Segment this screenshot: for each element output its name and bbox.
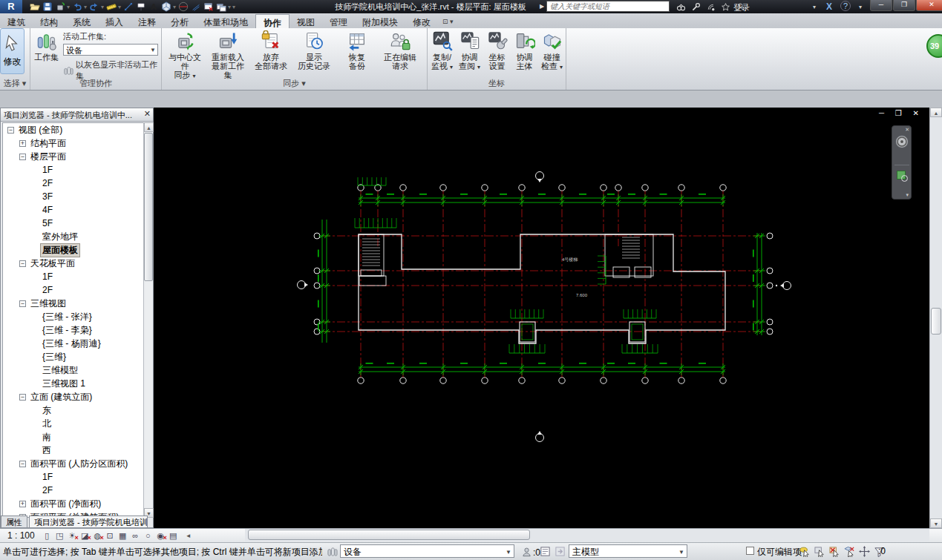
- editable-only-checkbox[interactable]: [746, 547, 754, 555]
- render-dialog-icon[interactable]: ◍×: [91, 530, 104, 541]
- qat-dropdown-icon[interactable]: ▾: [118, 4, 121, 10]
- minimize-ribbon-button[interactable]: ⊡ ▾: [442, 18, 454, 28]
- interference-check-button[interactable]: 碰撞检查 ▾: [540, 30, 564, 72]
- tree-item-label[interactable]: {三维}: [41, 351, 68, 363]
- collapse-icon[interactable]: −: [19, 154, 26, 160]
- scrollbar-thumb[interactable]: [144, 133, 153, 281]
- chevron-down-icon[interactable]: ▾: [193, 73, 196, 79]
- scrollbar-thumb[interactable]: [248, 530, 530, 540]
- tree-item[interactable]: −天花板平面: [3, 257, 144, 270]
- tree-item-label[interactable]: 立面 (建筑立面): [29, 391, 94, 403]
- tab-project-browser[interactable]: 项目浏览器 - 技师学院机电培训...: [29, 515, 148, 527]
- restore-button[interactable]: ❐: [893, 0, 915, 11]
- search-input[interactable]: [546, 1, 670, 12]
- qat-section-button[interactable]: [177, 1, 189, 13]
- tree-item-label[interactable]: 面积平面 (人防分区面积): [29, 458, 129, 470]
- reload-latest-button[interactable]: 重新载入最新工作集: [208, 30, 248, 79]
- tree-item[interactable]: 5F: [3, 217, 144, 230]
- tab-协作[interactable]: 协作: [255, 14, 290, 28]
- select-by-face-icon[interactable]: [843, 545, 856, 558]
- tree-item-label[interactable]: {三维 - 杨雨迪}: [41, 337, 102, 350]
- close-button[interactable]: ✕: [916, 0, 942, 11]
- tab-插入[interactable]: 插入: [98, 14, 131, 28]
- copy-monitor-button[interactable]: 复制/监视 ▾: [430, 30, 454, 72]
- close-icon[interactable]: ✕: [144, 109, 151, 119]
- chevron-down-icon[interactable]: ▾: [560, 64, 563, 70]
- sign-in-label[interactable]: 登录: [733, 2, 750, 13]
- qat-dropdown-icon[interactable]: ▾: [67, 4, 70, 10]
- navigation-bar[interactable]: ✕ ▾: [892, 125, 912, 200]
- tree-item-label[interactable]: 2F: [41, 485, 54, 495]
- select-pinned-icon[interactable]: [828, 545, 841, 558]
- detail-level-icon[interactable]: ▯: [41, 530, 53, 541]
- show-crop-region-icon[interactable]: ▦: [117, 530, 129, 541]
- tree-item[interactable]: −三维视图: [3, 297, 144, 310]
- tree-item-label[interactable]: 面积平面 (净面积): [29, 498, 102, 510]
- tree-item[interactable]: 1F: [3, 470, 144, 484]
- qat-view-3d-button[interactable]: [160, 1, 172, 13]
- tab-properties[interactable]: 属性: [1, 515, 27, 527]
- tree-item-label[interactable]: 5F: [41, 218, 54, 228]
- show-history-button[interactable]: 显示历史记录: [294, 30, 334, 70]
- tree-item[interactable]: −视图 (全部): [3, 123, 144, 136]
- tree-item-label[interactable]: 西: [41, 444, 53, 457]
- tree-item-label[interactable]: 3F: [41, 191, 54, 202]
- coordination-review-button[interactable]: 协调查阅 ▾: [457, 30, 482, 72]
- scroll-up-icon[interactable]: ▲: [144, 122, 154, 132]
- drag-elements-icon[interactable]: [857, 545, 871, 558]
- collapse-arrow-icon[interactable]: ◄: [186, 533, 192, 539]
- reveal-hidden-elements-icon[interactable]: ○: [142, 530, 154, 541]
- editing-requests-button[interactable]: 正在编辑请求: [380, 30, 420, 70]
- scroll-down-icon[interactable]: ▼: [930, 518, 942, 528]
- help-dropdown-icon[interactable]: ▾: [854, 1, 867, 13]
- qat-dropdown-icon[interactable]: ▾: [228, 4, 231, 10]
- shadows-icon[interactable]: ◪×: [79, 530, 91, 541]
- tree-item-label[interactable]: 2F: [41, 285, 54, 295]
- tree-item[interactable]: 东: [3, 403, 144, 417]
- design-options-icon[interactable]: [538, 545, 552, 558]
- tab-视图[interactable]: 视图: [290, 14, 322, 28]
- tree-item-label[interactable]: 北: [41, 418, 53, 430]
- qat-measure-button[interactable]: [105, 1, 117, 13]
- select-links-icon[interactable]: [798, 545, 811, 558]
- sun-path-icon[interactable]: ☀×: [66, 530, 79, 541]
- tree-item-label[interactable]: 结构平面: [29, 137, 68, 150]
- relinquish-all-button[interactable]: 放弃全部请求: [251, 30, 291, 70]
- tree-item[interactable]: −面积平面 (人防分区面积): [3, 457, 144, 470]
- tree-item-label[interactable]: 南: [41, 431, 53, 444]
- chevron-down-icon[interactable]: ▾: [477, 64, 480, 70]
- navbar-close-icon[interactable]: ✕: [905, 127, 909, 133]
- tab-体量和场地[interactable]: 体量和场地: [196, 14, 255, 28]
- qat-save-button[interactable]: [41, 1, 53, 13]
- tree-item[interactable]: 1F: [3, 270, 144, 283]
- tree-item[interactable]: {三维 - 杨雨迪}: [3, 337, 144, 350]
- qat-dropdown-icon[interactable]: ▾: [101, 4, 104, 10]
- tab-结构[interactable]: 结构: [33, 14, 65, 28]
- qat-close-hidden-button[interactable]: [202, 1, 215, 13]
- chevron-down-icon[interactable]: ▾: [450, 64, 453, 70]
- drawing-area[interactable]: 4号楼梯7.600 ─ ❐ ✕ ✕ ▾: [154, 108, 929, 528]
- tree-item-label[interactable]: 东: [41, 404, 53, 417]
- qat-dim-aligned-button[interactable]: [122, 1, 134, 13]
- tab-分析[interactable]: 分析: [163, 14, 196, 28]
- floor-plan-drawing[interactable]: 4号楼梯7.600: [154, 108, 929, 528]
- tree-item-label[interactable]: 三维模型: [41, 364, 79, 377]
- search-binoculars-icon[interactable]: [674, 1, 687, 13]
- temporary-hide-isolate-icon[interactable]: ∞: [129, 530, 142, 541]
- tree-item[interactable]: +结构平面: [3, 136, 144, 150]
- tree-item-label[interactable]: 楼层平面: [29, 151, 68, 163]
- tree-item-label[interactable]: 天花板平面: [29, 257, 76, 270]
- collapse-icon[interactable]: −: [19, 394, 26, 401]
- tree-item-label[interactable]: 2F: [41, 178, 54, 188]
- tree-item[interactable]: 2F: [3, 283, 144, 297]
- browser-scrollbar[interactable]: ▲ ▼: [143, 122, 153, 518]
- reconcile-hosting-button[interactable]: 协调主体: [512, 30, 537, 70]
- qat-dropdown-icon[interactable]: ▾: [84, 4, 87, 10]
- qat-text-a-button[interactable]: A: [147, 1, 160, 13]
- tree-item[interactable]: 2F: [3, 484, 144, 497]
- tree-item[interactable]: {三维 - 李枭}: [3, 323, 144, 337]
- qat-customize-icon[interactable]: ▾: [232, 4, 235, 10]
- coordination-settings-button[interactable]: 坐标设置: [485, 30, 509, 70]
- help-icon[interactable]: ?: [840, 1, 851, 11]
- editing-requests-indicator[interactable]: :0: [520, 546, 540, 559]
